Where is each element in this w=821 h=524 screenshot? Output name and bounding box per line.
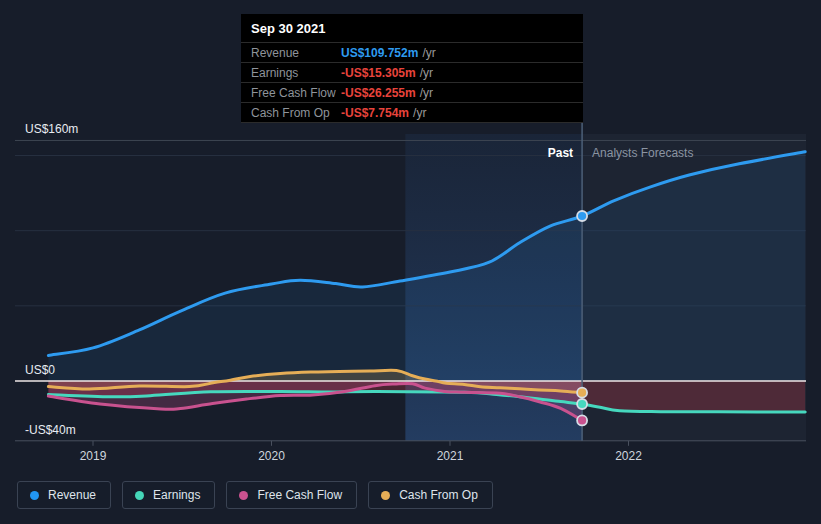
past-label: Past [548, 146, 573, 160]
y-axis-label: US$0 [25, 363, 55, 377]
x-axis-label: 2021 [437, 449, 464, 463]
free-cash-flow-dot-icon [239, 491, 248, 500]
chart-tooltip: Sep 30 2021 Revenue US$109.752m /yr Earn… [241, 14, 583, 123]
legend-label: Cash From Op [399, 488, 478, 502]
legend-item-revenue[interactable]: Revenue [17, 481, 111, 509]
y-axis-label: US$160m [25, 122, 78, 136]
x-axis-label: 2020 [258, 449, 285, 463]
legend-item-free-cash-flow[interactable]: Free Cash Flow [226, 481, 357, 509]
legend-label: Revenue [48, 488, 96, 502]
earnings-dot-icon [135, 491, 144, 500]
tooltip-row-earnings: Earnings -US$15.305m /yr [241, 62, 583, 82]
revenue-dot-icon [30, 491, 39, 500]
tooltip-suffix: /yr [420, 66, 433, 80]
analysts-forecasts-label: Analysts Forecasts [592, 146, 693, 160]
tooltip-row-free-cash-flow: Free Cash Flow -US$26.255m /yr [241, 82, 583, 102]
marker-cash-from-op[interactable] [577, 388, 587, 398]
tooltip-label: Cash From Op [251, 106, 341, 120]
x-axis-label: 2022 [615, 449, 642, 463]
legend-label: Earnings [153, 488, 200, 502]
tooltip-value: US$109.752m [341, 46, 418, 60]
legend-item-cash-from-op[interactable]: Cash From Op [368, 481, 493, 509]
tooltip-suffix: /yr [413, 106, 426, 120]
tooltip-value: -US$7.754m [341, 106, 409, 120]
tooltip-value: -US$15.305m [341, 66, 416, 80]
y-axis-label: -US$40m [25, 423, 76, 437]
tooltip-date: Sep 30 2021 [241, 14, 583, 42]
tooltip-suffix: /yr [422, 46, 435, 60]
marker-revenue[interactable] [577, 211, 587, 221]
cash-from-op-dot-icon [381, 491, 390, 500]
stock-financials-chart: 2019202020212022US$160mUS$0-US$40mPastAn… [0, 0, 821, 524]
marker-earnings[interactable] [577, 399, 587, 409]
chart-legend: Revenue Earnings Free Cash Flow Cash Fro… [17, 481, 493, 509]
tooltip-label: Free Cash Flow [251, 86, 341, 100]
tooltip-label: Revenue [251, 46, 341, 60]
marker-free-cash-flow[interactable] [577, 415, 587, 425]
tooltip-value: -US$26.255m [341, 86, 416, 100]
tooltip-label: Earnings [251, 66, 341, 80]
legend-item-earnings[interactable]: Earnings [122, 481, 215, 509]
tooltip-suffix: /yr [420, 86, 433, 100]
tooltip-row-revenue: Revenue US$109.752m /yr [241, 42, 583, 62]
x-axis-label: 2019 [80, 449, 107, 463]
tooltip-row-cash-from-op: Cash From Op -US$7.754m /yr [241, 102, 583, 123]
legend-label: Free Cash Flow [257, 488, 342, 502]
